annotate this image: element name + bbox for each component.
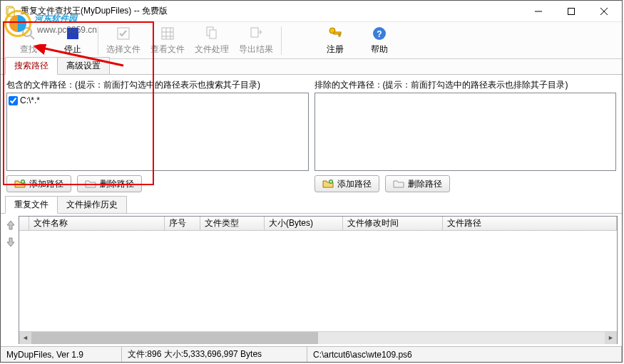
folder-del-icon (393, 178, 404, 189)
grid-icon (159, 25, 176, 42)
magnifier-icon (20, 25, 37, 42)
export-button[interactable]: 导出结果 (234, 24, 278, 58)
scroll-right-icon[interactable]: ► (605, 332, 617, 344)
del-exclude-path-button[interactable]: 删除路径 (385, 175, 450, 192)
include-label: 包含的文件路径：(提示：前面打勾选中的路径表示也搜索其子目录) (6, 79, 309, 91)
tab-search-path[interactable]: 搜索路径 (5, 57, 58, 75)
col-size[interactable]: 大小(Bytes) (265, 217, 343, 230)
app-window: 重复文件查找王(MyDupFiles) -- 免费版 查找 停止 选择文件 查看… (0, 0, 623, 363)
key-icon (327, 25, 344, 42)
close-button[interactable] (588, 1, 620, 22)
svg-rect-17 (251, 28, 258, 37)
folder-del-icon (85, 178, 96, 189)
svg-rect-1 (8, 8, 14, 16)
folder-add-icon (322, 178, 334, 189)
col-mtime[interactable]: 文件修改时间 (343, 217, 443, 230)
folder-add-icon (14, 178, 26, 189)
h-scrollbar[interactable]: ◄ ► (19, 331, 617, 343)
exclude-list[interactable] (314, 93, 617, 171)
scroll-left-icon[interactable]: ◄ (19, 332, 31, 344)
export-icon (247, 25, 265, 42)
path-panels: 包含的文件路径：(提示：前面打勾选中的路径表示也搜索其子目录) C:\*.* 添… (1, 75, 622, 195)
path-tabs: 搜索路径 高级设置 (1, 59, 622, 75)
process-files-button[interactable]: 文件处理 (190, 24, 234, 58)
col-name[interactable]: 文件名称 (29, 217, 165, 230)
results-grid[interactable]: 文件名称 序号 文件类型 大小(Bytes) 文件修改时间 文件路径 ◄ ► (19, 216, 618, 344)
col-no[interactable]: 序号 (165, 217, 200, 230)
include-list[interactable]: C:\*.* (6, 93, 309, 171)
app-icon (5, 6, 16, 17)
toolbar-sep (98, 26, 98, 55)
tab-duplicates[interactable]: 重复文件 (5, 196, 58, 214)
include-panel: 包含的文件路径：(提示：前面打勾选中的路径表示也搜索其子目录) C:\*.* 添… (6, 79, 309, 192)
tab-advanced[interactable]: 高级设置 (57, 57, 110, 74)
svg-rect-16 (210, 30, 216, 38)
result-area: 文件名称 序号 文件类型 大小(Bytes) 文件修改时间 文件路径 ◄ ► (1, 214, 622, 346)
maximize-button[interactable] (555, 1, 588, 22)
move-down-button[interactable] (4, 236, 17, 249)
window-title: 重复文件查找王(MyDupFiles) -- 免费版 (21, 5, 522, 17)
svg-rect-10 (162, 28, 173, 39)
svg-rect-8 (67, 28, 78, 39)
grid-body[interactable] (19, 231, 617, 331)
scroll-thumb[interactable] (31, 332, 318, 344)
grid-header: 文件名称 序号 文件类型 大小(Bytes) 文件修改时间 文件路径 (19, 217, 617, 231)
move-up-button[interactable] (4, 219, 17, 232)
path-text: C:\*.* (20, 95, 40, 105)
status-current: C:\artcut6\asc\wte109.ps6 (307, 347, 622, 362)
path-checkbox[interactable] (9, 96, 18, 105)
help-button[interactable]: ? 帮助 (357, 24, 401, 58)
move-arrows (3, 216, 19, 344)
svg-rect-20 (339, 34, 340, 36)
col-type[interactable]: 文件类型 (200, 217, 265, 230)
toolbar: 查找 停止 选择文件 查看文件 文件处理 导出结果 注册 ? (1, 22, 622, 59)
svg-text:?: ? (377, 29, 382, 39)
files-icon (203, 25, 220, 42)
exclude-panel: 排除的文件路径：(提示：前面打勾选中的路径表示也排除其子目录) 添加路径 删除路… (314, 79, 617, 192)
view-files-button[interactable]: 查看文件 (145, 24, 190, 58)
svg-rect-3 (568, 9, 575, 15)
toolbar-sep (281, 26, 282, 55)
stop-button[interactable]: 停止 (51, 24, 95, 58)
status-bar: MyDupFiles, Ver 1.9 文件:896 大小:5,333,696,… (1, 346, 622, 362)
svg-line-7 (31, 36, 34, 39)
scan-button[interactable]: 查找 (6, 24, 51, 58)
result-tabs: 重复文件 文件操作历史 (1, 198, 622, 214)
exclude-label: 排除的文件路径：(提示：前面打勾选中的路径表示也排除其子目录) (314, 79, 617, 91)
status-version: MyDupFiles, Ver 1.9 (1, 347, 122, 362)
title-bar: 重复文件查找王(MyDupFiles) -- 免费版 (1, 1, 622, 22)
minimize-button[interactable] (522, 1, 555, 22)
stop-icon (64, 25, 81, 42)
window-controls (522, 1, 620, 21)
tab-history[interactable]: 文件操作历史 (57, 196, 127, 213)
del-include-path-button[interactable]: 删除路径 (77, 175, 142, 192)
checklist-icon (115, 25, 132, 42)
col-path[interactable]: 文件路径 (443, 217, 617, 230)
register-button[interactable]: 注册 (313, 24, 357, 58)
list-item[interactable]: C:\*.* (9, 95, 307, 106)
status-counts: 文件:896 大小:5,333,696,997 Bytes (122, 347, 307, 362)
svg-point-6 (23, 28, 31, 36)
help-icon: ? (371, 25, 388, 42)
add-include-path-button[interactable]: 添加路径 (6, 175, 71, 192)
select-files-button[interactable]: 选择文件 (101, 24, 145, 58)
add-exclude-path-button[interactable]: 添加路径 (314, 175, 379, 192)
